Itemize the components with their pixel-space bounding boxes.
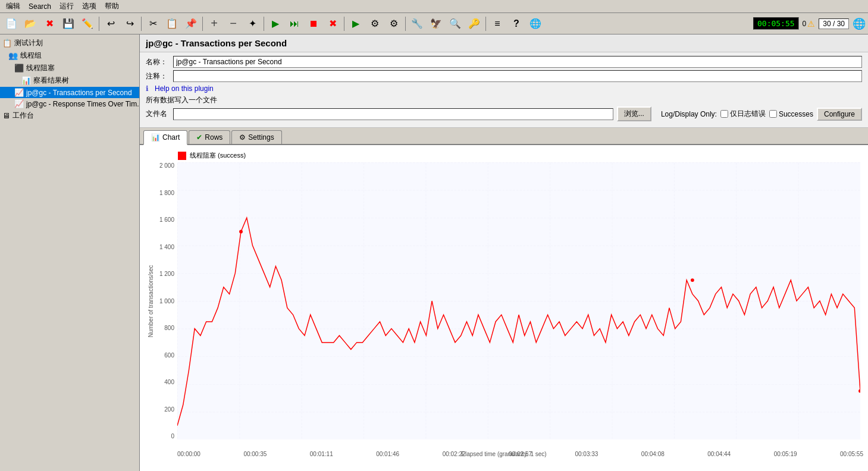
settings-tab-icon: ⚙ (239, 133, 246, 142)
log-errors-checkbox[interactable] (720, 110, 728, 118)
tool1-button[interactable]: 🔧 (408, 15, 426, 32)
menu-search[interactable]: Search (25, 1, 55, 12)
chart-svg (177, 162, 860, 439)
tool3-button[interactable]: 🔍 (446, 15, 464, 32)
web-button[interactable]: 🌐 (527, 15, 544, 32)
cut-button[interactable]: ✂ (144, 15, 162, 32)
y-axis-title-container: Number of transactions/sec (147, 162, 155, 439)
warning-count: 0 (803, 20, 807, 28)
name-input[interactable] (173, 56, 862, 68)
tab-chart[interactable]: 📊 Chart (143, 130, 187, 145)
help-button[interactable]: ? (507, 15, 525, 32)
comment-input[interactable] (173, 70, 862, 82)
x-tick-3: 00:01:46 (376, 451, 399, 457)
sidebar-item-tps[interactable]: 📈 jp@gc - Transactions per Second (0, 87, 139, 98)
content-area: jp@gc - Transactions per Second 名称： 注释： … (140, 34, 868, 471)
stop-remote1-button[interactable]: ⚙ (366, 15, 384, 32)
sidebar: 📋 测试计划 👥 线程组 ⬛ 线程阻塞 📊 察看结果树 📈 jp@gc - Tr… (0, 34, 140, 471)
tab-bar: 📊 Chart ✔ Rows ⚙ Settings (140, 128, 868, 145)
successes-checkbox[interactable] (769, 110, 777, 118)
file-input[interactable] (173, 108, 613, 120)
sidebar-item-testplan[interactable]: 📋 测试计划 (0, 37, 139, 49)
response-times-icon: 📈 (14, 99, 24, 108)
sep5 (344, 17, 344, 31)
remove-button[interactable]: − (224, 15, 242, 32)
name-row: 名称： (146, 56, 862, 68)
toggle-button[interactable]: ✦ (243, 15, 261, 32)
workbench-icon: 🖥 (2, 111, 10, 120)
comment-label: 注释： (146, 71, 170, 81)
configure-button[interactable]: Configure (817, 108, 862, 121)
edit-button[interactable]: ✏️ (79, 15, 96, 32)
add-button[interactable]: + (205, 15, 223, 32)
successes-checkbox-label[interactable]: Successes (769, 110, 813, 118)
help-row: ℹ Help on this plugin (146, 84, 862, 93)
list-button[interactable]: ≡ (488, 15, 506, 32)
x-tick-8: 00:04:44 (707, 451, 731, 457)
main-layout: 📋 测试计划 👥 线程组 ⬛ 线程阻塞 📊 察看结果树 📈 jp@gc - Tr… (0, 34, 868, 471)
sidebar-item-response-times[interactable]: 📈 jp@gc - Response Times Over Tim... (0, 98, 139, 109)
data-point-peak2 (691, 278, 694, 282)
sidebar-item-threadgroup[interactable]: 👥 线程组 (0, 49, 139, 62)
y-tick-5: 1 000 (159, 298, 174, 304)
stop-remote2-button[interactable]: ⚙ (385, 15, 403, 32)
form-area: 名称： 注释： ℹ Help on this plugin 所有数据写入一个文件… (140, 52, 868, 128)
tool4-button[interactable]: 🔑 (465, 15, 483, 32)
file-row: 文件名 浏览... Log/Display Only: 仅日志错误 Succes… (146, 106, 862, 121)
y-tick-1: 1 800 (159, 190, 174, 196)
chart-container: jmeter-plugins.org 2 000 1 800 1 600 1 4… (145, 162, 863, 457)
stop-button[interactable]: ⏹ (305, 15, 322, 32)
y-tick-2: 1 600 (159, 216, 174, 223)
startall-button[interactable]: ⏭ (286, 15, 303, 32)
run-remote-button[interactable]: ▶ (347, 15, 365, 32)
abort-button[interactable]: ✖ (324, 15, 341, 32)
copy-button[interactable]: 📋 (163, 15, 181, 32)
sidebar-label-testplan: 测试计划 (14, 38, 43, 48)
chart-area: 线程阻塞 (success) jmeter-plugins.org 2 000 … (140, 145, 868, 471)
menu-run[interactable]: 运行 (56, 0, 77, 12)
sep7 (485, 17, 486, 31)
menu-options[interactable]: 选项 (79, 0, 100, 12)
menu-edit[interactable]: 编辑 (2, 0, 24, 12)
menu-bar: 编辑 Search 运行 选项 帮助 (0, 0, 868, 13)
results-tree-icon: 📊 (21, 76, 31, 85)
new-button[interactable]: 📄 (2, 15, 20, 32)
y-tick-4: 1 200 (159, 271, 174, 277)
x-tick-9: 00:05:19 (774, 451, 797, 457)
start-button[interactable]: ▶ (267, 15, 284, 32)
paste-button[interactable]: 📌 (182, 15, 200, 32)
progress-display: 30 / 30 (819, 18, 849, 29)
sidebar-label-threadblock: 线程阻塞 (26, 63, 55, 73)
sidebar-item-threadblock[interactable]: ⬛ 线程阻塞 (0, 62, 139, 74)
sidebar-label-threadgroup: 线程组 (20, 51, 42, 61)
legend-label: 线程阻塞 (success) (190, 151, 246, 160)
save-button[interactable]: 💾 (59, 15, 77, 32)
sidebar-item-workbench[interactable]: 🖥 工作台 (0, 109, 139, 122)
open-button[interactable]: 📂 (21, 15, 39, 32)
x-tick-7: 00:04:08 (641, 451, 665, 457)
tab-rows[interactable]: ✔ Rows (189, 130, 230, 144)
sep6 (405, 17, 406, 31)
browse-button[interactable]: 浏览... (617, 106, 651, 121)
globe-icon: 🌐 (853, 17, 866, 30)
help-link[interactable]: Help on this plugin (155, 84, 214, 93)
x-axis-title: Elapsed time (granularity: 1 sec) (461, 451, 546, 457)
svg-rect-1 (177, 162, 860, 439)
file-label: 文件名 (146, 109, 170, 119)
file-section-label: 所有数据写入一个文件 (146, 95, 862, 105)
tool2-button[interactable]: 🦅 (427, 15, 445, 32)
log-display-label: Log/Display Only: (661, 110, 717, 118)
undo-button[interactable]: ↩ (102, 15, 120, 32)
close-button[interactable]: ✖ (40, 15, 58, 32)
rows-tab-label: Rows (205, 133, 223, 142)
rows-tab-icon: ✔ (196, 133, 202, 142)
menu-help[interactable]: 帮助 (101, 0, 123, 12)
sidebar-item-results-tree[interactable]: 📊 察看结果树 (0, 74, 139, 87)
log-errors-checkbox-label[interactable]: 仅日志错误 (720, 109, 766, 119)
y-tick-10: 0 (171, 433, 174, 439)
tab-settings[interactable]: ⚙ Settings (231, 130, 281, 144)
sep1 (99, 17, 99, 31)
y-tick-3: 1 400 (159, 244, 174, 250)
redo-button[interactable]: ↪ (121, 15, 139, 32)
sep2 (141, 17, 142, 31)
